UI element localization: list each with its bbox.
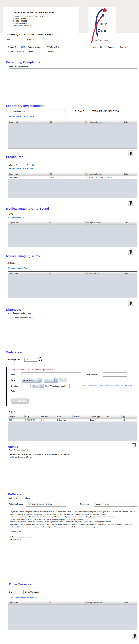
table-row[interactable]: 766 PIROXICAM OD Before Meal 1 Day/s 1.0: [8, 419, 137, 422]
uss-label: USS :: [9, 213, 14, 215]
table-row[interactable]: Procedures 1013 IM INJECTION SERVICE CHA…: [8, 176, 137, 180]
special-notes-input[interactable]: [103, 372, 127, 376]
diagnosis-label: Enter Diagnosis Details Here: [8, 312, 31, 314]
proc-col-status: Status: [123, 172, 137, 176]
per-meal-input[interactable]: [69, 384, 78, 388]
visit-date-label: Date: [29, 51, 33, 53]
drug-warning-text: Please select the Drug from Drug suggess…: [11, 368, 54, 371]
uss-input[interactable]: [17, 212, 137, 216]
patient-info-box: Patient ID : 7697 Patient Name : GYNTHA …: [3, 44, 136, 55]
total-input[interactable]: [21, 389, 44, 393]
company-name: Future Care by Future Holdings (Pty) Lim…: [13, 11, 54, 14]
uss-col-department: Department: [8, 221, 50, 225]
logo-heart-icon: ♥: [100, 30, 102, 32]
logo-tagline: Body Mind Soul: [95, 39, 108, 41]
visit-date-value: : 2024-08-12: [47, 51, 57, 53]
trash-outline-icon: [132, 442, 136, 448]
prescription-id-input[interactable]: [24, 358, 37, 362]
delete-procedures-button[interactable]: [128, 200, 133, 206]
referring-doctor-label: Reffering Doctor: [9, 503, 23, 505]
gender-value: Female: [120, 46, 126, 48]
drug-cell-duration: 1: [72, 419, 89, 422]
procedures-title: Procedures: [6, 155, 23, 159]
recommended-procedures-link[interactable]: Recommended Procedures: [9, 167, 33, 170]
refresh-prescription-button[interactable]: [38, 357, 42, 362]
xray-title: Medical Imaging X-Ray: [6, 254, 40, 258]
xray-col-department: Department: [8, 272, 50, 275]
delete-other-services-button[interactable]: [132, 633, 137, 639]
duration-unit-select[interactable]: Day/s ▼: [32, 384, 44, 388]
other-services-title: Other Services: [9, 582, 31, 586]
company-phone-1: T: +24 82 593 593: [13, 18, 27, 20]
drug-table-header: Drug ID Drug Fequency Way Duration Durat…: [8, 415, 137, 419]
procedures-input[interactable]: [42, 163, 137, 167]
lab-table: Department ID Investigation/Service Stat…: [8, 120, 137, 149]
referral-letter-textarea[interactable]: 53 year old woman who presented with a h…: [8, 509, 137, 573]
trash-icon: [129, 201, 132, 205]
lab-col-service: Investigation/Service: [86, 120, 123, 124]
way-qty-input: [59, 378, 67, 382]
consult-date-label: Date: [6, 39, 10, 41]
procedures-qty-input[interactable]: [15, 163, 23, 167]
other-qty-input[interactable]: [15, 590, 24, 594]
referrals-title: Refferals: [8, 492, 21, 496]
diagnosis-textarea[interactable]: Sever Abdominal Pain ? cause: [8, 315, 137, 346]
uss-col-id: ID: [50, 221, 86, 225]
way-colon: :: [20, 379, 20, 381]
advice-textarea[interactable]: RECOMMEND FURTHER EVALUATION WITH THE GE…: [8, 452, 137, 487]
frequency-select[interactable]: OD ▼: [44, 378, 58, 382]
trash-icon: [129, 250, 132, 254]
drug-col-duration-type: Duration Type: [89, 415, 105, 419]
drug-col-frequency: Fequency: [40, 415, 56, 419]
procedures-table: Department ID Investigation/Service Stat…: [8, 172, 137, 198]
xray-input[interactable]: [18, 261, 137, 265]
consulted-by-value: Dr. ABIODUN EMMANUEL TAIWO: [23, 34, 53, 36]
drug-cell-drug: PIROXICAM: [24, 419, 40, 422]
drug-cell-note: [105, 419, 122, 422]
delete-lab-button[interactable]: [128, 150, 133, 156]
other-qty-label: Qty :: [9, 591, 13, 593]
prescription-id-label: Prescription ID :: [8, 358, 22, 361]
drug-col-note: Note: [105, 415, 122, 419]
diagnosis-title: Diagnosis: [6, 308, 21, 312]
gender-label: Gender :: [108, 46, 116, 48]
refresh-icon: [38, 357, 42, 362]
total-colon: :: [20, 390, 20, 392]
xray-table-header: Department ID Investigation/Service Stat…: [8, 272, 137, 276]
drug-cell-qty: 1.0: [122, 419, 137, 422]
way-select[interactable]: Before Meal ▼: [21, 378, 42, 382]
xray-table: Department ID Investigation/Service Stat…: [8, 271, 137, 298]
special-notes-label: Special Notes :: [86, 373, 100, 376]
add-drug-button[interactable]: + Add Drug: [12, 398, 28, 404]
drug-col-qty: Qty: [122, 415, 137, 419]
delete-uss-button[interactable]: [128, 249, 133, 255]
other-services-table: Department ID Investigation / Service St…: [8, 601, 137, 630]
drug-input[interactable]: [21, 372, 81, 376]
recommended-lab-testings-link[interactable]: Recommended Lab Testings: [9, 115, 34, 118]
futurecare-logo: Future Care ♥ Body Mind Soul: [88, 7, 116, 43]
delete-xray-button[interactable]: [128, 300, 133, 306]
drug-cell-way: Before Meal: [56, 419, 72, 422]
drug-cell-id: 766: [8, 419, 24, 422]
recommended-uss-link[interactable]: Recommended USS: [8, 217, 26, 219]
age-value: 53: [100, 46, 102, 48]
uss-col-service: Investigation/Service: [86, 221, 123, 225]
complaints-label: Enter Complaints Here: [9, 66, 28, 68]
duration-input[interactable]: [21, 384, 30, 388]
referred-by-label: Reffered By :: [75, 110, 86, 112]
other-col-status: Status: [123, 601, 137, 604]
xray-col-service: Investigation/Service: [86, 272, 123, 275]
consultant-input[interactable]: [94, 502, 137, 506]
complaints-textarea[interactable]: [9, 68, 137, 97]
advice-title: Advice: [8, 445, 18, 448]
referring-doctor-input[interactable]: [26, 502, 66, 506]
lab-investigation-input[interactable]: [32, 109, 66, 113]
other-services-input[interactable]: [44, 590, 137, 594]
trash-icon: [129, 301, 132, 305]
recommended-xray-link[interactable]: Recommended X-Rays: [8, 267, 28, 269]
chevron-down-icon: ▼: [38, 378, 42, 382]
procedures-table-header: Department ID Investigation/Service Stat…: [8, 172, 137, 176]
delete-advice-button[interactable]: [132, 442, 136, 448]
recommended-other-services-link[interactable]: Recommended Other Services: [10, 596, 38, 598]
consultation-report-page: Future Care by Future Holdings (Pty) Lim…: [0, 0, 139, 644]
